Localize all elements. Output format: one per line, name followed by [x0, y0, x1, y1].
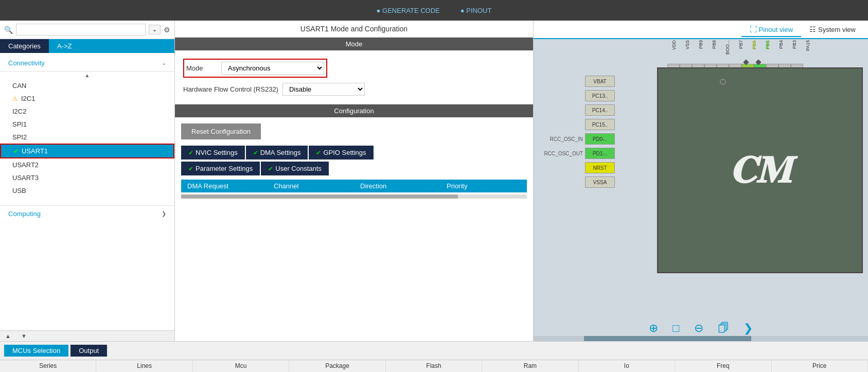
tab-parameter-settings[interactable]: ✔ Parameter Settings	[181, 162, 260, 175]
col-ram: Ram	[482, 360, 578, 372]
right-scrollbar[interactable]	[534, 336, 868, 341]
rcc-osc-out-label: RCC_OSC_OUT	[534, 151, 585, 156]
sidebar-item-usart2[interactable]: USART2	[0, 158, 174, 171]
sidebar-item-i2c2[interactable]: I2C2	[0, 105, 174, 118]
col-freq: Freq	[675, 360, 771, 372]
left-pin-pc13: PC13..	[534, 88, 615, 103]
tab-user-constants[interactable]: ✔ User Constants	[261, 162, 329, 175]
left-pin-panel: VBAT PC13.. PC14.. PC15.. RCC_OSC_IN PD0…	[534, 74, 615, 189]
hw-flow-row: Hardware Flow Control (RS232) Disable CT…	[183, 83, 525, 96]
more-btn[interactable]: ❯	[743, 322, 753, 335]
config-tabs-row1: ✔ NVIC Settings ✔ DMA Settings ✔ GPIO Se…	[181, 146, 527, 160]
dma-label: DMA Settings	[260, 149, 301, 156]
search-icon: 🔍	[4, 26, 13, 34]
chevron-down-icon: ⌄	[162, 60, 166, 66]
pinbox-pc14[interactable]: PC14..	[585, 104, 615, 116]
mode-row: Mode Asynchronous Synchronous Single Wir…	[183, 59, 525, 78]
col-io: Io	[579, 360, 675, 372]
tab-system-view[interactable]: ☷ System view	[801, 23, 864, 37]
col-priority[interactable]: Priority	[440, 180, 527, 192]
tab-pinout-view[interactable]: ⛶ Pinout view	[741, 23, 801, 37]
sidebar-item-spi1[interactable]: SPI1	[0, 118, 174, 131]
tab-dma-settings[interactable]: ✔ DMA Settings	[246, 146, 308, 160]
tab-output[interactable]: Output	[70, 345, 107, 357]
mode-select[interactable]: Asynchronous Synchronous Single Wire (Ha…	[221, 62, 324, 75]
right-view-tabs: ⛶ Pinout view ☷ System view	[534, 21, 868, 39]
sidebar-item-spi2[interactable]: SPI2	[0, 131, 174, 144]
can-label: CAN	[12, 82, 26, 90]
pinout-btn[interactable]: ● PINOUT	[460, 7, 492, 14]
left-pin-vssa: VSSA	[534, 175, 615, 189]
usart1-label: USART1	[22, 147, 48, 155]
mode-section-header: Mode	[175, 38, 533, 50]
category-connectivity[interactable]: Connectivity ⌄	[0, 55, 174, 72]
left-pin-pd1: RCC_OSC_OUT PD1-..	[534, 146, 615, 161]
search-input[interactable]	[16, 24, 146, 36]
sidebar-item-usart1[interactable]: ✔ USART1	[0, 144, 174, 158]
scroll-bottom-up[interactable]: ▲	[0, 331, 16, 341]
dma-check-icon: ✔	[253, 149, 258, 156]
st-logo: 𝐂𝐌	[729, 149, 791, 192]
i2c2-label: I2C2	[12, 108, 26, 115]
reset-config-button[interactable]: Reset Configuration	[181, 123, 261, 139]
pinbox-nrst[interactable]: NRST	[585, 162, 615, 173]
gear-icon[interactable]: ⚙	[164, 26, 170, 34]
pin-pb9: PB9	[694, 39, 707, 65]
zoom-out-btn[interactable]: ⊖	[694, 322, 703, 335]
nvic-check-icon: ✔	[188, 149, 193, 156]
pin-vss: VSS	[681, 39, 694, 65]
pinbox-pd0[interactable]: PD0-..	[585, 133, 615, 145]
bottom-tabs-row: MCUs Selection Output	[0, 342, 868, 360]
tab-mcus-selection[interactable]: MCUs Selection	[4, 345, 68, 357]
pin-pb3: PB3	[788, 39, 801, 65]
usart3-label: USART3	[12, 174, 39, 182]
tab-gpio-settings[interactable]: ✔ GPIO Settings	[309, 146, 373, 160]
scroll-up-btn[interactable]: ▲	[0, 72, 174, 79]
mcu-board: 𝐂𝐌	[657, 67, 863, 273]
center-scrollbar-thumb	[181, 194, 458, 199]
spi1-label: SPI1	[12, 120, 27, 128]
pinbox-vbat[interactable]: VBAT	[585, 76, 615, 87]
col-lines: Lines	[96, 360, 192, 372]
export-btn[interactable]: 🗍	[718, 322, 729, 335]
config-section-header: Configuration	[175, 104, 533, 117]
bottom-toolbar: MCUs Selection Output Series Lines Mcu P…	[0, 341, 868, 372]
sidebar-item-i2c1[interactable]: ⚠ I2C1	[0, 92, 174, 105]
sidebar-bottom-arrows: ▲ ▼	[0, 330, 174, 341]
sidebar-item-usb[interactable]: USB	[0, 184, 174, 197]
mode-label: Mode	[186, 64, 217, 72]
pinbox-vssa[interactable]: VSSA	[585, 176, 615, 188]
usart2-label: USART2	[12, 161, 39, 169]
hw-flow-select[interactable]: Disable CTS Only RTS Only	[282, 83, 365, 96]
mode-section: Mode Asynchronous Synchronous Single Wir…	[175, 50, 533, 104]
pinbox-pd1[interactable]: PD1-..	[585, 148, 615, 159]
i2c1-label: I2C1	[21, 95, 35, 102]
left-pin-pc15: PC15..	[534, 117, 615, 132]
pin-pb4: PB4	[774, 39, 788, 65]
category-computing[interactable]: Computing ❯	[0, 205, 174, 222]
center-scrollbar[interactable]	[181, 194, 527, 199]
tab-nvic-settings[interactable]: ✔ NVIC Settings	[181, 146, 245, 160]
center-panel: USART1 Mode and Configuration Mode Mode …	[175, 21, 534, 341]
pin-pa15: PA15	[801, 39, 814, 65]
col-channel[interactable]: Channel	[268, 180, 354, 192]
tab-categories[interactable]: Categories	[0, 39, 49, 53]
hw-flow-label: Hardware Flow Control (RS232)	[183, 85, 278, 93]
gpio-check-icon: ✔	[316, 149, 321, 156]
dropdown-arrow-icon[interactable]: ⌄	[149, 25, 161, 34]
pin-pb5: PB5	[761, 39, 774, 65]
fit-screen-btn[interactable]: □	[672, 322, 679, 335]
right-scrollbar-thumb	[584, 336, 751, 341]
scroll-bottom-down[interactable]: ▼	[16, 331, 32, 341]
zoom-in-btn[interactable]: ⊕	[649, 322, 658, 335]
tab-az[interactable]: A->Z	[49, 39, 80, 53]
col-dma-request[interactable]: DMA Request	[181, 180, 268, 192]
pin-pb8: PB8	[707, 39, 721, 65]
generate-code-btn[interactable]: ● GENERATE CODE	[377, 7, 440, 14]
pinbox-pc13[interactable]: PC13..	[585, 90, 615, 101]
param-check-icon: ✔	[188, 165, 193, 172]
sidebar-item-can[interactable]: CAN	[0, 79, 174, 92]
col-direction[interactable]: Direction	[354, 180, 440, 192]
pinbox-pc15[interactable]: PC15..	[585, 119, 615, 130]
sidebar-item-usart3[interactable]: USART3	[0, 171, 174, 184]
